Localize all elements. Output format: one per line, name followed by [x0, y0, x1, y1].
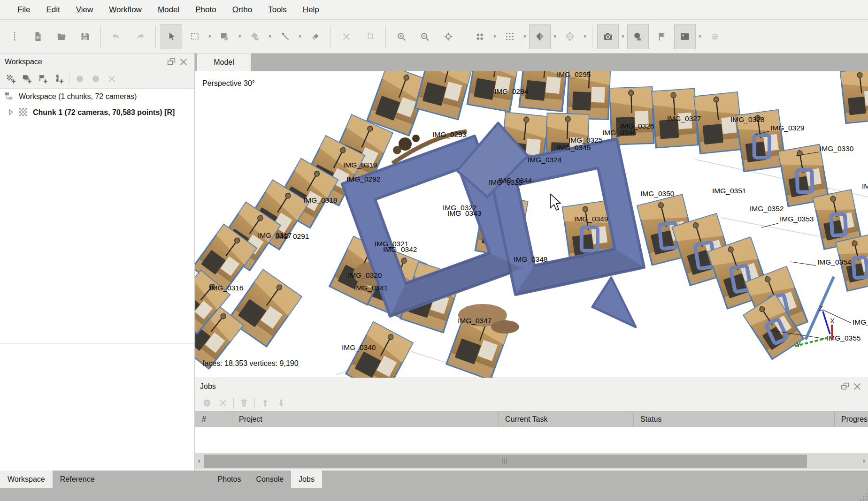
resize-grip-icon[interactable]: [859, 492, 866, 499]
document-area: Model: [195, 53, 868, 471]
dropdown-arrow-icon[interactable]: ▾: [297, 24, 303, 49]
model-3d-scene[interactable]: IMG_0295IMG_0294IMG_0293IMG_0319IMG_0292…: [195, 71, 868, 378]
menu-item-model[interactable]: Model: [150, 0, 187, 20]
delete-selection-button[interactable]: [336, 24, 357, 49]
mesh-shaded-button[interactable]: [529, 24, 551, 49]
scrollbar-track[interactable]: [195, 453, 868, 469]
fit-view-icon: [443, 31, 453, 42]
dropdown-arrow-icon[interactable]: ▾: [237, 24, 243, 49]
camera-thumbnail[interactable]: [228, 270, 301, 347]
enable-item-icon: [75, 74, 85, 84]
tree-item[interactable]: Workspace (1 chunks, 72 cameras): [0, 89, 194, 105]
tree-item[interactable]: Chunk 1 (72 cameras, 70,583 points) [R]: [0, 105, 194, 121]
dropdown-arrow-icon[interactable]: ▾: [582, 24, 588, 49]
fit-view-button[interactable]: [438, 24, 459, 49]
camera-label: IMG_0345: [557, 144, 591, 152]
undo-button[interactable]: [106, 24, 127, 49]
dropdown-arrow-icon[interactable]: ▾: [207, 24, 213, 49]
zoom-in-button[interactable]: [391, 24, 412, 49]
camera-label: IMG_0348: [514, 255, 547, 263]
bottom-tab-workspace[interactable]: Workspace: [0, 471, 53, 488]
remove-item-button[interactable]: [104, 72, 120, 86]
layers-button[interactable]: [704, 24, 726, 49]
open-folder-button[interactable]: [51, 24, 72, 49]
jobs-column-status[interactable]: Status: [633, 411, 834, 427]
dropdown-arrow-icon[interactable]: ▾: [697, 24, 703, 49]
jobs-panel-titlebar[interactable]: Jobs: [195, 378, 868, 395]
menu-item-ortho[interactable]: Ortho: [224, 0, 261, 20]
tab-model[interactable]: Model: [197, 53, 251, 71]
navigation-image-button[interactable]: [214, 24, 236, 49]
add-scalebar-button[interactable]: [51, 72, 67, 86]
disable-item-button[interactable]: [88, 72, 104, 86]
camera-label: IMG_0340: [342, 343, 376, 351]
rotate-object-button[interactable]: [244, 24, 266, 49]
camera-thumbnail[interactable]: [567, 71, 610, 119]
redo-button[interactable]: [129, 24, 151, 49]
cancel-job-button[interactable]: [215, 396, 231, 410]
scroll-right-icon[interactable]: [860, 453, 868, 469]
add-marker-button[interactable]: [35, 72, 51, 86]
dropdown-arrow-icon[interactable]: ▾: [492, 24, 498, 49]
crop-selection-button[interactable]: [359, 24, 381, 49]
navigation-image-icon: [220, 31, 230, 42]
menu-item-edit[interactable]: Edit: [38, 0, 68, 20]
menu-item-view[interactable]: View: [68, 0, 101, 20]
scrollbar-thumb[interactable]: [204, 455, 807, 468]
camera-label: IMG_0316: [209, 284, 243, 292]
camera-thumbnail[interactable]: [415, 71, 473, 120]
float-panel-button[interactable]: [165, 56, 177, 68]
jobs-column-[interactable]: #: [195, 411, 232, 427]
model-viewport[interactable]: IMG_0295IMG_0294IMG_0293IMG_0319IMG_0292…: [195, 71, 868, 378]
bottom-tab-console[interactable]: Console: [248, 471, 291, 488]
rotate-object-icon: [250, 31, 260, 42]
dropdown-arrow-icon[interactable]: ▾: [522, 24, 528, 49]
jobs-column-project[interactable]: Project: [232, 411, 498, 427]
close-panel-button[interactable]: [177, 56, 190, 68]
rectangle-selection-button[interactable]: [184, 24, 206, 49]
add-photos-button[interactable]: [19, 72, 35, 86]
save-button[interactable]: [74, 24, 96, 49]
zoom-out-button[interactable]: [414, 24, 436, 49]
expander-icon[interactable]: [6, 107, 14, 118]
enable-item-button[interactable]: [72, 72, 88, 86]
show-texture-button[interactable]: [674, 24, 696, 49]
move-down-button[interactable]: [273, 396, 289, 410]
menu-item-help[interactable]: Help: [295, 0, 327, 20]
camera-thumbnail[interactable]: [840, 71, 868, 123]
menu-item-tools[interactable]: Tools: [260, 0, 295, 20]
dropdown-arrow-icon[interactable]: ▾: [620, 24, 626, 49]
eraser-button[interactable]: [304, 24, 326, 49]
mesh-shaded-icon: [535, 31, 545, 42]
ruler-button[interactable]: [274, 24, 296, 49]
select-arrow-button[interactable]: [161, 24, 182, 49]
scroll-left-icon[interactable]: [195, 453, 203, 469]
add-chunk-button[interactable]: [3, 72, 19, 86]
dropdown-arrow-icon[interactable]: ▾: [267, 24, 273, 49]
bottom-tab-jobs[interactable]: Jobs: [291, 471, 322, 488]
mesh-stats-label: faces: 18,353 vertices: 9,190: [202, 359, 299, 367]
axis-z-label: Z: [819, 304, 823, 312]
pause-job-button[interactable]: [199, 396, 215, 410]
show-markers-button[interactable]: [651, 24, 672, 49]
dropdown-arrow-icon[interactable]: ▾: [552, 24, 558, 49]
menu-item-file[interactable]: File: [9, 0, 38, 20]
mesh-wireframe-button[interactable]: [559, 24, 581, 49]
delete-job-button[interactable]: [236, 396, 252, 410]
show-shapes-button[interactable]: [627, 24, 649, 49]
float-panel-button[interactable]: [839, 381, 851, 392]
jobs-column-progress[interactable]: Progress: [834, 411, 868, 427]
bottom-tab-photos[interactable]: Photos: [210, 471, 249, 488]
menu-item-photo[interactable]: Photo: [187, 0, 224, 20]
tie-points-button[interactable]: [499, 24, 521, 49]
camera-label: IMG_0349: [574, 215, 608, 223]
show-cameras-button[interactable]: [597, 24, 619, 49]
bottom-tab-reference[interactable]: Reference: [53, 471, 102, 488]
point-cloud-button[interactable]: [469, 24, 491, 49]
menu-item-workflow[interactable]: Workflow: [101, 0, 150, 20]
close-panel-button[interactable]: [851, 381, 863, 392]
move-up-button[interactable]: [257, 396, 273, 410]
new-document-button[interactable]: [27, 24, 49, 49]
workspace-panel-titlebar[interactable]: Workspace: [0, 53, 194, 70]
jobs-column-currenttask[interactable]: Current Task: [498, 411, 633, 427]
